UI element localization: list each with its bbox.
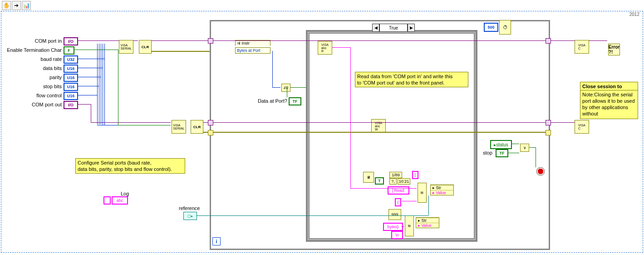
reference-label: reference bbox=[179, 205, 200, 211]
case-prev[interactable]: ◀ bbox=[372, 24, 379, 32]
stop-label: stop bbox=[483, 150, 492, 155]
close-body-note: Note:Closing the serial port allows it t… bbox=[580, 90, 638, 119]
data-at-port-tf[interactable]: TF bbox=[289, 97, 301, 105]
toolbar: ✋ ➔ 📊 bbox=[2, 1, 31, 10]
com-out-type[interactable]: I/O bbox=[64, 101, 78, 109]
loop-iteration: i bbox=[212, 237, 221, 245]
time-fmt: 10:21 bbox=[398, 178, 410, 185]
parity-label: parity bbox=[27, 75, 62, 80]
stop-tf[interactable]: TF bbox=[496, 149, 508, 157]
clr-bot: CLR bbox=[191, 120, 203, 134]
prop-value-top: ▸ Value bbox=[431, 190, 453, 195]
get-datetime-icon: 🖥 bbox=[363, 172, 374, 183]
arrow-icon[interactable]: ➔ bbox=[12, 1, 21, 10]
prop-bytes-at-port: Bytes at Port bbox=[235, 47, 270, 54]
visa-write: VISAabcW bbox=[371, 119, 386, 133]
com-out-label: COM port out bbox=[25, 102, 62, 107]
en-term-label: Enable Termination Char bbox=[3, 47, 62, 53]
baud-type[interactable]: U32 bbox=[64, 55, 78, 64]
probe-icon[interactable]: 📊 bbox=[22, 1, 31, 10]
read-tag: ] Read: bbox=[388, 186, 409, 195]
baud-label: baud rate bbox=[27, 56, 62, 62]
case-next[interactable]: ▶ bbox=[408, 24, 415, 32]
config-note: Configure Serial ports (baud rate,data b… bbox=[75, 158, 185, 174]
visa-serial-bot: VISASERIAL bbox=[172, 120, 186, 134]
concat-top: ≋ bbox=[418, 183, 427, 203]
tunnel bbox=[208, 120, 213, 125]
flow-type[interactable]: U16 bbox=[64, 92, 78, 100]
wait-ms[interactable]: 500 bbox=[484, 23, 498, 32]
en-term-type[interactable]: F bbox=[64, 46, 74, 55]
error-handler: Error?! bbox=[608, 44, 620, 55]
com-in-type[interactable]: I/O bbox=[64, 37, 78, 45]
log-local-empty bbox=[103, 196, 111, 205]
propnode-bot: ▸ Str ▸ Value bbox=[416, 217, 439, 228]
visa-close-bot: VISAC bbox=[575, 120, 589, 134]
flow-label: flow control bbox=[27, 93, 62, 98]
loop-stop bbox=[536, 167, 545, 175]
parity-type[interactable]: U16 bbox=[64, 74, 78, 82]
open-paren: ( bbox=[395, 198, 401, 206]
newline-tag: \n bbox=[391, 231, 403, 239]
rw-note: Read data from 'COM port in' and write t… bbox=[355, 72, 468, 87]
neq-zero: ≠0 bbox=[281, 84, 290, 92]
data-at-port-label: Data at Port? bbox=[258, 98, 287, 104]
reference-ctrl[interactable]: ▢▸ bbox=[183, 212, 197, 220]
instr-text: Instr bbox=[242, 41, 250, 45]
tunnel bbox=[208, 38, 213, 44]
stopbits-label: stop bits bbox=[27, 84, 62, 89]
qmark-fmt: ?, bbox=[389, 178, 397, 185]
num-to-str: 999 bbox=[388, 209, 401, 220]
visa-read: VISAabcR bbox=[318, 41, 332, 55]
or-gate: ∨ bbox=[520, 144, 529, 152]
prop-value-bot: ▸ Value bbox=[416, 223, 439, 228]
stopbits-type[interactable]: U16 bbox=[64, 83, 78, 91]
bytes-tag: bytes) bbox=[383, 223, 403, 231]
com-in-label: COM port in bbox=[27, 38, 62, 44]
log-local[interactable]: abc bbox=[112, 196, 128, 205]
log-label: Log bbox=[121, 191, 129, 196]
visa-close-top: VISAC bbox=[575, 40, 589, 54]
tunnel bbox=[546, 130, 551, 135]
tunnel bbox=[546, 120, 551, 125]
metronome-icon: ⏱ bbox=[499, 20, 511, 35]
propnode-top: ▸ Str ▸ Value bbox=[430, 185, 454, 195]
tunnel bbox=[546, 38, 551, 44]
prop-str-top: ▸ Str bbox=[431, 185, 453, 190]
datetime-tf: T bbox=[375, 177, 384, 185]
prop-str-bot: ▸ Str bbox=[416, 218, 439, 223]
open-bracket: [ bbox=[412, 171, 418, 179]
concat-bot: ≋ bbox=[405, 215, 414, 236]
visa-serial-top: VISASERIAL bbox=[119, 40, 133, 54]
status-unbundle: ▸ status bbox=[490, 140, 512, 149]
databits-label: data bits bbox=[27, 65, 62, 71]
hand-icon[interactable]: ✋ bbox=[2, 1, 11, 10]
tunnel bbox=[208, 130, 213, 135]
year-tag: 2012 bbox=[629, 12, 639, 17]
databits-type[interactable]: U16 bbox=[64, 65, 78, 73]
case-value[interactable]: True bbox=[379, 24, 408, 32]
date-fmt: 1/89 bbox=[389, 172, 402, 178]
clr-top: CLR bbox=[139, 40, 152, 54]
